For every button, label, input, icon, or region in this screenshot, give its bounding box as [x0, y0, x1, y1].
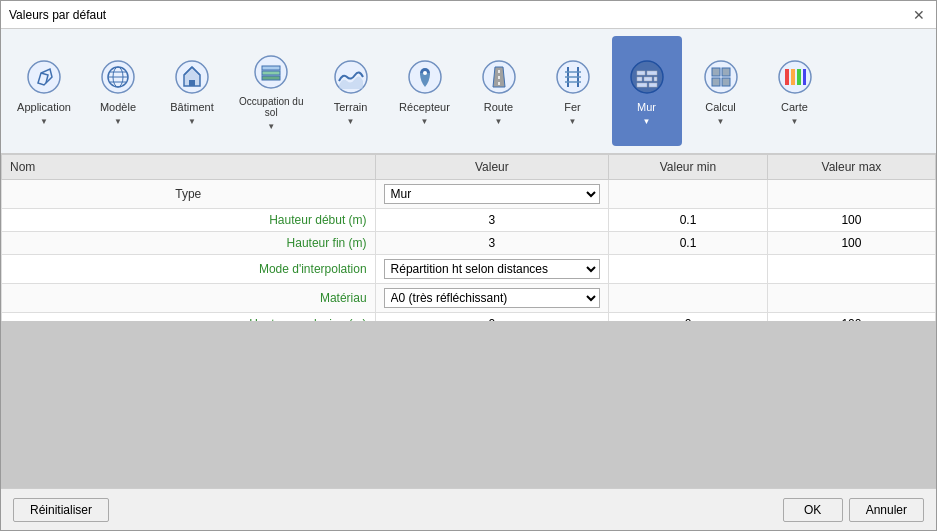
toolbar-arrow-route: ▼ — [495, 117, 503, 126]
value-select[interactable]: Mur — [384, 184, 601, 204]
toolbar-arrow-modele: ▼ — [114, 117, 122, 126]
cell-max — [767, 180, 935, 209]
table-row: Hauteur début (m)30.1100 — [2, 209, 936, 232]
grid-icon — [701, 57, 741, 97]
cell-nom: Mode d'interpolation — [2, 255, 376, 284]
layers-icon — [251, 52, 291, 92]
main-window: Valeurs par défaut ✕ Application ▼ — [0, 0, 937, 531]
toolbar-item-recepteur[interactable]: Récepteur ▼ — [390, 36, 460, 146]
toolbar-item-modele[interactable]: Modèle ▼ — [83, 36, 153, 146]
properties-table: Nom Valeur Valeur min Valeur max TypeMur… — [1, 154, 936, 321]
cell-nom: Hauteur fin (m) — [2, 232, 376, 255]
toolbar-item-mur[interactable]: Mur ▼ — [612, 36, 682, 146]
cell-valeur[interactable]: 3 — [375, 232, 609, 255]
house-icon — [172, 57, 212, 97]
toolbar-label-batiment: Bâtiment — [170, 101, 213, 113]
reset-button[interactable]: Réinitialiser — [13, 498, 109, 522]
svg-rect-46 — [797, 69, 801, 85]
toolbar-label-mur: Mur — [637, 101, 656, 113]
content-area: Nom Valeur Valeur min Valeur max TypeMur… — [1, 154, 936, 488]
globe-icon — [98, 57, 138, 97]
toolbar: Application ▼ Modèle ▼ — [1, 29, 936, 154]
cell-min: 0 — [609, 313, 768, 322]
toolbar-label-recepteur: Récepteur — [399, 101, 450, 113]
cell-max: 100 — [767, 313, 935, 322]
table-row: Mode d'interpolationRépartition ht selon… — [2, 255, 936, 284]
cell-max: 100 — [767, 209, 935, 232]
svg-rect-40 — [722, 68, 730, 76]
toolbar-item-batiment[interactable]: Bâtiment ▼ — [157, 36, 227, 146]
toolbar-arrow-recepteur: ▼ — [421, 117, 429, 126]
header-max: Valeur max — [767, 155, 935, 180]
cell-min: 0.1 — [609, 209, 768, 232]
cell-valeur[interactable]: Mur — [375, 180, 609, 209]
svg-rect-42 — [722, 78, 730, 86]
colormap-icon — [775, 57, 815, 97]
svg-rect-11 — [189, 80, 195, 86]
header-min: Valeur min — [609, 155, 768, 180]
empty-area — [1, 321, 936, 488]
svg-rect-39 — [712, 68, 720, 76]
cell-min — [609, 180, 768, 209]
toolbar-label-carte: Carte — [781, 101, 808, 113]
toolbar-item-terrain[interactable]: Terrain ▼ — [316, 36, 386, 146]
svg-point-38 — [705, 61, 737, 93]
svg-rect-32 — [647, 71, 657, 75]
toolbar-label-occupation: Occupation dusol — [239, 96, 304, 118]
cell-min — [609, 284, 768, 313]
svg-point-19 — [423, 71, 427, 75]
cell-valeur[interactable]: 0 — [375, 313, 609, 322]
cell-valeur[interactable]: A0 (très réfléchissant) — [375, 284, 609, 313]
toolbar-item-fer[interactable]: Fer ▼ — [538, 36, 608, 146]
wall-icon — [627, 57, 667, 97]
svg-rect-15 — [262, 66, 280, 70]
cell-valeur[interactable]: 3 — [375, 209, 609, 232]
table-row: Hauteur exclusion (m)00100 — [2, 313, 936, 322]
toolbar-arrow-batiment: ▼ — [188, 117, 196, 126]
toolbar-item-occupation[interactable]: Occupation dusol ▼ — [231, 36, 312, 146]
svg-rect-34 — [644, 77, 652, 81]
toolbar-label-modele: Modèle — [100, 101, 136, 113]
svg-rect-36 — [637, 83, 647, 87]
road-icon — [479, 57, 519, 97]
title-bar: Valeurs par défaut ✕ — [1, 1, 936, 29]
cancel-button[interactable]: Annuler — [849, 498, 924, 522]
cell-min: 0.1 — [609, 232, 768, 255]
toolbar-item-application[interactable]: Application ▼ — [9, 36, 79, 146]
value-select[interactable]: A0 (très réfléchissant) — [384, 288, 601, 308]
table-row: Hauteur fin (m)30.1100 — [2, 232, 936, 255]
footer: Réinitialiser OK Annuler — [1, 488, 936, 530]
toolbar-item-route[interactable]: Route ▼ — [464, 36, 534, 146]
cell-nom: Hauteur début (m) — [2, 209, 376, 232]
cell-max: 100 — [767, 232, 935, 255]
toolbar-label-application: Application — [17, 101, 71, 113]
svg-rect-47 — [803, 69, 806, 85]
svg-rect-41 — [712, 78, 720, 86]
toolbar-arrow-mur: ▼ — [643, 117, 651, 126]
cell-nom: Matériau — [2, 284, 376, 313]
cell-valeur[interactable]: Répartition ht selon distances — [375, 255, 609, 284]
header-nom: Nom — [2, 155, 376, 180]
toolbar-item-carte[interactable]: Carte ▼ — [760, 36, 830, 146]
svg-point-0 — [28, 61, 60, 93]
rail-icon — [553, 57, 593, 97]
value-select[interactable]: Répartition ht selon distances — [384, 259, 601, 279]
svg-rect-31 — [637, 71, 645, 75]
toolbar-arrow-fer: ▼ — [569, 117, 577, 126]
svg-rect-44 — [785, 69, 789, 85]
table-row: MatériauA0 (très réfléchissant) — [2, 284, 936, 313]
toolbar-arrow-occupation: ▼ — [267, 122, 275, 131]
toolbar-item-calcul[interactable]: Calcul ▼ — [686, 36, 756, 146]
footer-buttons: OK Annuler — [783, 498, 924, 522]
ok-button[interactable]: OK — [783, 498, 843, 522]
svg-rect-33 — [637, 77, 642, 81]
svg-rect-45 — [791, 69, 795, 85]
pencil-icon — [24, 57, 64, 97]
cell-nom: Type — [2, 180, 376, 209]
wave-icon — [331, 57, 371, 97]
close-button[interactable]: ✕ — [910, 6, 928, 24]
cell-min — [609, 255, 768, 284]
svg-rect-13 — [262, 76, 280, 80]
toolbar-arrow-terrain: ▼ — [347, 117, 355, 126]
cell-max — [767, 284, 935, 313]
